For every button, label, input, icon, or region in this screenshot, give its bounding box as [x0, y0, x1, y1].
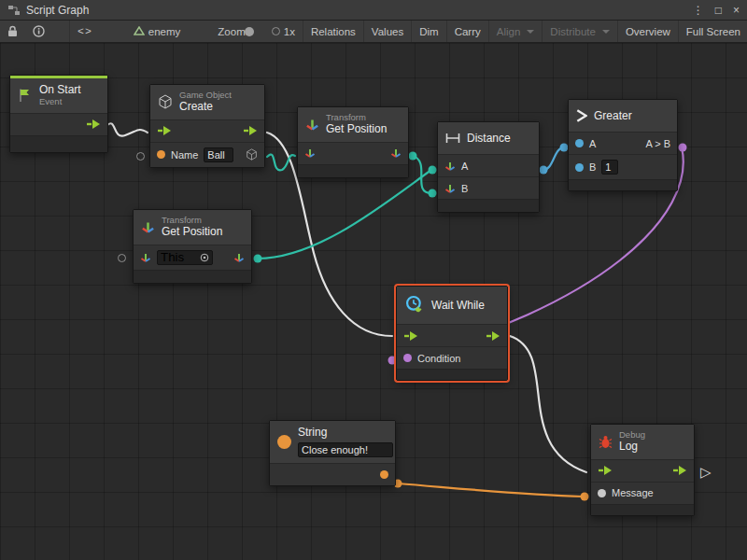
port-dot-greater-out[interactable] — [679, 144, 687, 152]
vector-a-input-port[interactable] — [444, 161, 456, 172]
lock-button[interactable] — [0, 21, 25, 42]
inspect-button[interactable] — [25, 21, 52, 42]
value-row — [134, 245, 251, 270]
port-dot-distance-a-in[interactable] — [429, 166, 437, 175]
zoom-reset[interactable]: 1x — [264, 21, 303, 42]
node-string[interactable]: String — [269, 420, 396, 486]
port-dot-message-in[interactable] — [581, 493, 589, 501]
target-field[interactable] — [161, 251, 198, 264]
unconnected-port-getposition-target[interactable] — [118, 254, 126, 262]
node-wait-while[interactable]: Wait While Condition — [396, 286, 508, 381]
vector-output-port[interactable] — [233, 252, 245, 263]
node-footer — [569, 179, 677, 190]
wire-onstart-create[interactable] — [106, 123, 148, 135]
wire-getposition-distance-b[interactable] — [413, 156, 431, 193]
wire-waitwhile-log[interactable] — [510, 336, 586, 472]
relations-button[interactable]: Relations — [303, 21, 363, 42]
port-dot-distance-b-in[interactable] — [429, 189, 437, 198]
align-button[interactable]: Align — [488, 21, 543, 42]
node-title: Greater — [594, 109, 632, 122]
condition-label: Condition — [417, 353, 460, 364]
input-b-row: B — [569, 154, 677, 179]
graph-canvas[interactable]: On Start Event Game Object Create — [0, 43, 747, 560]
node-create[interactable]: Game Object Create Name — [149, 84, 265, 168]
flow-output-port[interactable] — [486, 330, 500, 342]
node-subtitle: Event — [39, 97, 81, 107]
port-dot-getposition-b-out[interactable] — [254, 255, 262, 263]
a-label: A — [589, 138, 596, 149]
wire-getposition-distance-a[interactable] — [258, 170, 431, 259]
name-field[interactable] — [204, 147, 233, 162]
b-input-port[interactable] — [575, 163, 584, 172]
vector-output-port[interactable] — [390, 147, 402, 159]
a-input-port[interactable] — [575, 139, 584, 147]
close-icon[interactable]: × — [733, 1, 740, 20]
flow-output-port[interactable] — [672, 465, 687, 476]
flow-input-port[interactable] — [157, 125, 172, 136]
values-button[interactable]: Values — [363, 21, 411, 42]
node-greater[interactable]: Greater A A > B B — [568, 99, 678, 191]
node-header: Distance — [438, 122, 539, 154]
flow-output-port[interactable] — [86, 119, 101, 130]
name-row: Name — [150, 142, 264, 167]
zoom-slider-handle[interactable] — [245, 27, 254, 36]
node-footer — [10, 135, 107, 152]
node-title: String — [298, 427, 393, 440]
full-screen-button[interactable]: Full Screen — [678, 21, 747, 42]
string-output-port[interactable] — [380, 470, 388, 479]
input-b-row: B — [438, 176, 539, 199]
flow-row — [10, 113, 107, 135]
node-footer — [591, 504, 694, 515]
b-label: B — [589, 161, 596, 173]
message-input-port[interactable] — [598, 489, 606, 497]
distance-icon — [445, 133, 460, 144]
window-menu-icon[interactable]: ⋮ — [693, 1, 704, 20]
wire-distance-greater[interactable] — [543, 147, 564, 170]
node-header: Game Object Create — [150, 85, 264, 119]
greater-icon — [576, 109, 587, 122]
port-dot-distance-out[interactable] — [540, 166, 548, 175]
node-header: Debug Log — [591, 425, 694, 459]
continue-arrow-icon: ▷ — [700, 464, 712, 481]
gameobject-output-port[interactable] — [246, 148, 258, 161]
bug-icon — [599, 435, 613, 449]
result-label: A > B — [645, 138, 670, 149]
maximize-icon[interactable]: □ — [715, 1, 722, 20]
transform-input-port[interactable] — [140, 252, 151, 263]
node-log[interactable]: Debug Log Message — [590, 424, 695, 516]
node-title: Distance — [467, 132, 511, 145]
node-distance[interactable]: Distance A B — [437, 121, 540, 213]
string-value-field[interactable] — [298, 442, 393, 457]
distribute-button[interactable]: Distribute — [542, 21, 617, 42]
node-title: Wait While — [431, 299, 485, 312]
object-picker-icon[interactable] — [200, 253, 209, 262]
name-input-port[interactable] — [157, 150, 165, 159]
flow-input-port[interactable] — [403, 330, 418, 342]
transform-input-port[interactable] — [304, 147, 316, 159]
input-b-label: B — [461, 183, 468, 194]
node-title: Log — [619, 441, 645, 454]
node-on-start[interactable]: On Start Event — [9, 75, 108, 153]
toolbar: <> enemy Zoom 1x Relations Values Dim Ca… — [0, 21, 747, 43]
condition-input-port[interactable] — [403, 354, 412, 362]
overview-button[interactable]: Overview — [617, 21, 678, 42]
graph-breadcrumb[interactable]: enemy — [126, 21, 189, 42]
flow-row — [591, 459, 694, 482]
wait-clock-icon — [404, 295, 425, 315]
node-get-position-a[interactable]: Transform Get Position — [297, 106, 409, 178]
unconnected-port-create-name[interactable] — [136, 152, 145, 161]
vector-b-input-port[interactable] — [444, 183, 456, 194]
dim-button[interactable]: Dim — [411, 21, 445, 42]
b-value-field[interactable] — [601, 160, 618, 175]
wire-string-log[interactable] — [398, 483, 583, 497]
code-view-button[interactable]: <> — [69, 21, 100, 42]
graph-name: enemy — [148, 26, 181, 37]
node-get-position-b[interactable]: Transform Get Position — [133, 209, 252, 284]
graph-unit-icon — [134, 26, 145, 36]
zoom-value: 1x — [284, 26, 295, 37]
carry-button[interactable]: Carry — [446, 21, 488, 42]
port-dot-getposition-a-out[interactable] — [409, 152, 417, 161]
code-icon: <> — [78, 25, 92, 37]
flow-input-port[interactable] — [598, 465, 613, 476]
flow-output-port[interactable] — [243, 125, 258, 136]
